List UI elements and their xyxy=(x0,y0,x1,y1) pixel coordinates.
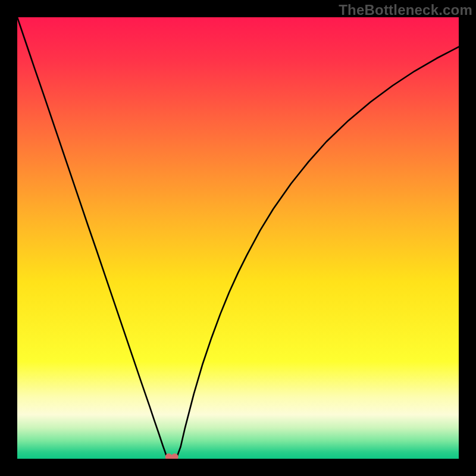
chart-frame: TheBottleneck.com xyxy=(0,0,476,476)
chart-background xyxy=(17,17,459,459)
chart-plot-area xyxy=(17,17,459,459)
chart-svg xyxy=(17,17,459,459)
watermark-text: TheBottleneck.com xyxy=(339,2,472,18)
